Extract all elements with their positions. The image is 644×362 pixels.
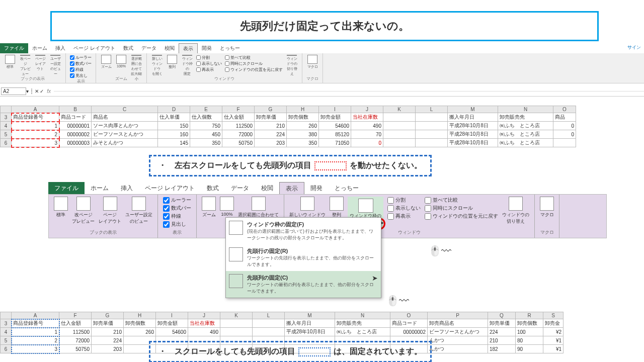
view-ページ
レイアウト[interactable]: ページレイアウト	[34, 55, 46, 71]
tab-ページ レイアウト[interactable]: ページ レイアウト	[139, 182, 201, 194]
tab-挿入[interactable]: 挿入	[51, 43, 69, 53]
view-ユーザー設定
のビュー[interactable]: ユーザー設定のビュー	[49, 55, 61, 71]
freeze-menu-item-0[interactable]: ウィンドウ枠の固定(F)(現在の選択範囲に基づいて) 行および列を表示したままで…	[226, 218, 381, 244]
tab-校閲[interactable]: 校閲	[160, 43, 179, 53]
tab-挿入[interactable]: 挿入	[115, 182, 139, 194]
tab-とっちー[interactable]: とっちー	[216, 43, 244, 53]
annotation-2: ・ スクロールをしても先頭列の項目は、固定されています。	[149, 341, 432, 362]
view-標準[interactable]: 標準	[4, 55, 16, 71]
tab-ファイル[interactable]: ファイル	[48, 182, 85, 194]
tab-数式[interactable]: 数式	[201, 182, 225, 194]
sign-in-link[interactable]: サイン	[627, 44, 641, 51]
formula-bar: A2 ▾ ┊ ✕ ✓ fx	[0, 86, 644, 97]
freeze-menu-item-2[interactable]: 先頭列の固定(C)ワークシートの最初の列を表示したままで、他の部分をスクロールで…	[226, 271, 381, 298]
tab-表示[interactable]: 表示	[279, 182, 304, 194]
tab-データ[interactable]: データ	[137, 43, 160, 53]
tab-数式[interactable]: 数式	[119, 43, 137, 53]
spreadsheet-top[interactable]: ABCDEFGHIJKLMNO3商品登録番号商品コード商品名仕入単価仕入個数仕入…	[0, 106, 576, 147]
tab-ページ レイアウト[interactable]: ページ レイアウト	[69, 43, 119, 53]
freeze-menu-item-1[interactable]: 先頭行の固定(R)ワークシートの先頭行を表示したままで、他の部分をスクロールでき…	[226, 244, 381, 271]
name-box[interactable]: A2	[1, 87, 26, 95]
cursor-icon: ➤	[372, 274, 378, 282]
tab-とっちー[interactable]: とっちー	[329, 182, 365, 194]
tab-ファイル[interactable]: ファイル	[0, 43, 28, 53]
tab-表示[interactable]: 表示	[179, 43, 198, 53]
tab-ホーム[interactable]: ホーム	[28, 43, 51, 53]
view-改ページ
プレビュー[interactable]: 改ページプレビュー	[19, 55, 31, 71]
col-headers: ABCDEFGHIJKLMNO	[1, 106, 576, 113]
fx-label: fx	[47, 88, 51, 94]
tab-校閲[interactable]: 校閲	[255, 182, 279, 194]
tab-ホーム[interactable]: ホーム	[85, 182, 115, 194]
tab-開発[interactable]: 開発	[198, 43, 216, 53]
page-title: 先頭列だけ固定って出来ないの。	[50, 11, 599, 41]
table-row[interactable]: 5200000002ビーフソースとんかつ16045072000224380851…	[1, 130, 576, 139]
col-headers: AFGHIJKLMNOPQRS	[1, 312, 564, 319]
table-row[interactable]: 4100000001ソース肉厚とんかつ150750112500210260546…	[1, 122, 576, 130]
tab-開発[interactable]: 開発	[304, 182, 329, 194]
ribbon-body: 標準改ページプレビューページレイアウトユーザー設定のビューブックの表示ルーラー数…	[0, 53, 644, 83]
table-header-row[interactable]: 3商品登録番号商品コード商品名仕入単価仕入個数仕入金額卸売単価卸売個数卸売金額当…	[1, 113, 576, 122]
table-row[interactable]: 6300000003みそとんかつ14535050750203350710500平…	[1, 139, 576, 147]
annotation-1: ・ 左右スクロールをしても先頭列の項目を動かせたくない。	[149, 155, 432, 176]
mouse-click-icon: 🖱️〰	[429, 245, 451, 257]
mouse-click-icon: 🖱️〰	[386, 295, 409, 307]
freeze-panes-menu[interactable]: ウィンドウ枠の固定(F)(現在の選択範囲に基づいて) 行および列を表示したままで…	[225, 217, 381, 298]
table-row[interactable]: 4111250021026054600490平成28年10月8日㈱ふち ところ店…	[1, 328, 564, 336]
tab-データ[interactable]: データ	[225, 182, 255, 194]
table-header-row[interactable]: 3商品登録番号仕入金額卸売単価卸売個数卸売金額当社在庫数搬入年月日卸売販売先商品…	[1, 319, 564, 328]
ribbon-tabs: ファイルホーム挿入ページ レイアウト数式データ校閲表示開発とっちー	[0, 43, 644, 53]
